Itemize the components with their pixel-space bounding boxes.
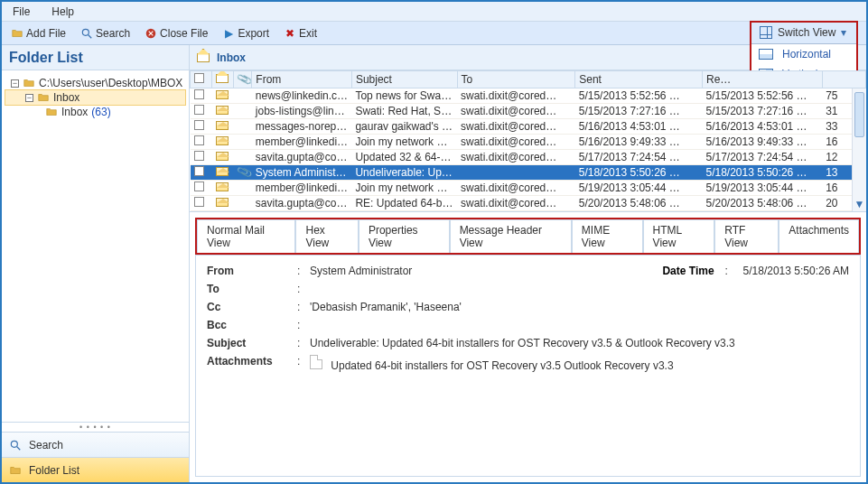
- scroll-down-icon[interactable]: ▼: [853, 197, 866, 211]
- col-subject[interactable]: Subject: [351, 71, 457, 88]
- horizontal-layout-icon: [759, 49, 773, 60]
- cell-received: 5/16/2013 9:49:33 …: [702, 135, 822, 150]
- row-checkbox[interactable]: [194, 120, 204, 130]
- exit-button[interactable]: ✖ Exit: [280, 25, 321, 42]
- mail-closed-icon: [216, 121, 229, 130]
- row-checkbox[interactable]: [194, 182, 204, 191]
- search-button[interactable]: Search: [77, 25, 134, 42]
- cell-received: 5/17/2013 7:24:54 …: [702, 150, 822, 165]
- col-from[interactable]: From: [252, 71, 352, 88]
- detail-bcc-label: Bcc: [207, 319, 297, 331]
- collapse-icon[interactable]: −: [11, 79, 19, 88]
- table-row[interactable]: 📎System Administr…Undeliverable: Up…5/18…: [191, 165, 866, 181]
- cell-subject: gaurav gaikwad's …: [351, 119, 457, 135]
- mail-closed-icon: [216, 136, 229, 145]
- checkbox-icon[interactable]: [194, 73, 204, 83]
- col-received[interactable]: Re…: [702, 71, 822, 88]
- magnifier-icon: [80, 27, 93, 40]
- tree-root[interactable]: − C:\Users\user\Desktop\MBOX: [5, 76, 185, 90]
- detail-datetime-label: Date Time: [662, 265, 714, 277]
- cell-sent: 5/15/2013 7:27:16 …: [575, 104, 703, 119]
- cell-to: swati.dixit@cored…: [457, 88, 575, 104]
- right-panel: Inbox 📎 From Subje: [190, 45, 866, 482]
- row-checkbox[interactable]: [194, 151, 204, 161]
- tab-mime-view[interactable]: MIME View: [572, 219, 643, 253]
- scroll-thumb[interactable]: [854, 92, 864, 137]
- folder-tree[interactable]: − C:\Users\user\Desktop\MBOX − Inbox Inb…: [2, 70, 189, 422]
- menu-bar: File Help: [2, 2, 866, 22]
- detail-to-label: To: [207, 283, 297, 295]
- menu-file[interactable]: File: [9, 4, 33, 20]
- cell-from: member@linkedi…: [252, 181, 352, 196]
- table-row[interactable]: member@linkedi…Join my network …swati.di…: [191, 181, 866, 196]
- tab-rtf-view[interactable]: RTF View: [714, 219, 779, 253]
- col-attach-header[interactable]: 📎: [234, 71, 252, 88]
- mail-closed-icon: [216, 90, 229, 99]
- folder-icon: [37, 91, 50, 104]
- close-file-button[interactable]: Close File: [141, 25, 211, 42]
- magnifier-icon: [9, 439, 22, 451]
- col-sent[interactable]: Sent: [575, 71, 703, 88]
- col-to[interactable]: To: [457, 71, 575, 88]
- close-file-label: Close File: [160, 27, 208, 40]
- row-checkbox[interactable]: [194, 135, 204, 145]
- left-panel: Folder List − C:\Users\user\Desktop\MBOX…: [2, 45, 190, 482]
- detail-from-value: System Administrator: [310, 265, 626, 277]
- tree-inbox-child-label: Inbox: [61, 106, 88, 118]
- tab-html-view[interactable]: HTML View: [643, 219, 715, 253]
- cell-from: jobs-listings@lin…: [252, 104, 352, 119]
- tree-inbox[interactable]: − Inbox: [5, 90, 185, 105]
- vertical-scrollbar[interactable]: ▲ ▼: [852, 88, 866, 211]
- cell-received: 5/15/2013 5:52:56 …: [702, 88, 822, 104]
- detail-bcc-value: [310, 319, 849, 331]
- tab-hex-view[interactable]: Hex View: [295, 219, 358, 253]
- row-checkbox[interactable]: [194, 166, 204, 176]
- mail-table: 📎 From Subject To Sent Re… news@linkedin…: [190, 70, 866, 211]
- export-button[interactable]: ▶ Export: [219, 25, 273, 42]
- play-icon: ▶: [222, 27, 235, 40]
- col-read-header[interactable]: [212, 71, 234, 88]
- cell-subject: Top news for Swa…: [351, 88, 457, 104]
- menu-help[interactable]: Help: [48, 4, 78, 20]
- table-row[interactable]: savita.gupta@cor…Updated 32 & 64-…swati.…: [191, 150, 866, 165]
- splitter-handle[interactable]: • • • • •: [2, 423, 189, 432]
- cell-sent: 5/15/2013 5:52:56 …: [575, 88, 703, 104]
- table-row[interactable]: news@linkedin.c…Top news for Swa…swati.d…: [191, 88, 866, 104]
- table-row[interactable]: savita.gupta@cor…RE: Updated 64-bi…swati…: [191, 196, 866, 211]
- row-checkbox[interactable]: [194, 89, 204, 99]
- nav-search[interactable]: Search: [2, 432, 189, 457]
- cell-from: savita.gupta@cor…: [252, 196, 352, 211]
- tree-root-label: C:\Users\user\Desktop\MBOX: [39, 77, 182, 89]
- mail-open-icon: [197, 51, 210, 64]
- tab-properties-view[interactable]: Properties View: [359, 219, 450, 253]
- cell-received: 5/20/2013 5:48:06 …: [702, 196, 822, 211]
- collapse-icon[interactable]: −: [25, 94, 33, 102]
- tree-inbox-label: Inbox: [53, 91, 79, 104]
- app-window: File Help Add File Search Close File ▶ E…: [0, 0, 868, 484]
- nav-folder-list[interactable]: Folder List: [2, 457, 189, 482]
- folder-plus-icon: [11, 27, 23, 40]
- nav-folder-list-label: Folder List: [29, 464, 79, 477]
- folder-icon: [23, 77, 35, 89]
- tab-normal-mail-view[interactable]: Normal Mail View: [197, 219, 295, 253]
- tree-inbox-child[interactable]: Inbox (63): [5, 105, 185, 119]
- table-row[interactable]: member@linkedi…Join my network …swati.di…: [191, 135, 866, 150]
- folder-list-title: Folder List: [2, 45, 189, 70]
- cell-to: [457, 165, 575, 181]
- row-checkbox[interactable]: [194, 197, 204, 207]
- mail-grid: 📎 From Subject To Sent Re… news@linkedin…: [190, 70, 866, 212]
- switch-horizontal-item[interactable]: Horizontal: [751, 44, 856, 64]
- add-file-button[interactable]: Add File: [7, 25, 70, 42]
- tab-attachments[interactable]: Attachments: [779, 219, 859, 253]
- folder-icon: [45, 106, 58, 118]
- col-checkbox-header[interactable]: [191, 71, 212, 88]
- mail-closed-icon: [216, 106, 229, 115]
- table-row[interactable]: messages-noreply…gaurav gaikwad's …swati…: [191, 119, 866, 135]
- col-size[interactable]: [822, 71, 865, 88]
- cell-to: swati.dixit@cored…: [457, 135, 575, 150]
- table-row[interactable]: jobs-listings@lin…Swati: Red Hat, Sli…sw…: [191, 104, 866, 119]
- switch-view-label: Switch View: [778, 26, 835, 39]
- tab-message-header-view[interactable]: Message Header View: [450, 219, 572, 253]
- switch-view-button[interactable]: Switch View ▾: [751, 22, 857, 43]
- row-checkbox[interactable]: [194, 105, 204, 115]
